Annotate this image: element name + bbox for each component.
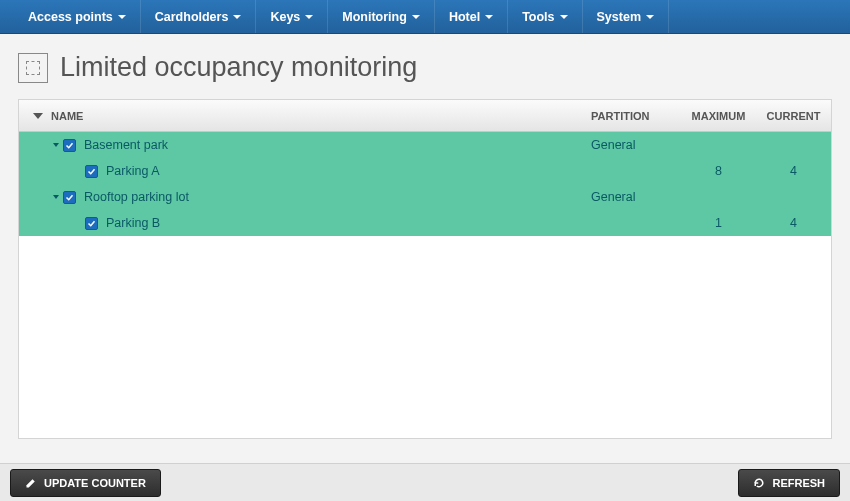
nav-item-monitoring[interactable]: Monitoring <box>328 0 435 33</box>
table-header-row: NAME PARTITION MAXIMUM CURRENT <box>19 100 831 132</box>
chevron-down-icon <box>485 15 493 19</box>
nav-label: Cardholders <box>155 10 229 24</box>
column-label: NAME <box>51 110 83 122</box>
column-header-name[interactable]: NAME <box>19 110 591 122</box>
nav-item-cardholders[interactable]: Cardholders <box>141 0 257 33</box>
button-label: UPDATE COUNTER <box>44 477 146 489</box>
column-header-current[interactable]: CURRENT <box>756 110 831 122</box>
nav-label: Monitoring <box>342 10 407 24</box>
nav-item-hotel[interactable]: Hotel <box>435 0 508 33</box>
row-checkbox[interactable] <box>85 217 98 230</box>
monitoring-icon <box>18 53 48 83</box>
row-name: Basement park <box>84 138 168 152</box>
row-name: Parking B <box>106 216 160 230</box>
nav-label: Access points <box>28 10 113 24</box>
chevron-down-icon <box>118 15 126 19</box>
nav-item-system[interactable]: System <box>583 0 669 33</box>
top-nav: Access points Cardholders Keys Monitorin… <box>0 0 850 34</box>
row-partition: General <box>591 190 681 204</box>
update-counter-button[interactable]: UPDATE COUNTER <box>10 469 161 497</box>
nav-item-access-points[interactable]: Access points <box>0 0 141 33</box>
table-row[interactable]: Parking A 8 4 <box>19 158 831 184</box>
row-checkbox[interactable] <box>63 191 76 204</box>
table-row[interactable]: Parking B 1 4 <box>19 210 831 236</box>
row-name: Rooftop parking lot <box>84 190 189 204</box>
chevron-down-icon <box>412 15 420 19</box>
column-header-maximum[interactable]: MAXIMUM <box>681 110 756 122</box>
column-label: CURRENT <box>767 110 821 122</box>
refresh-icon <box>753 477 765 489</box>
row-maximum: 1 <box>681 216 756 230</box>
tree-caret-icon[interactable] <box>53 195 59 199</box>
tree-caret-icon[interactable] <box>53 143 59 147</box>
row-checkbox[interactable] <box>85 165 98 178</box>
chevron-down-icon <box>305 15 313 19</box>
occupancy-table: NAME PARTITION MAXIMUM CURRENT Basement … <box>18 99 832 439</box>
chevron-down-icon <box>646 15 654 19</box>
row-checkbox[interactable] <box>63 139 76 152</box>
nav-item-keys[interactable]: Keys <box>256 0 328 33</box>
bottom-toolbar: UPDATE COUNTER REFRESH <box>0 463 850 501</box>
row-current: 4 <box>756 164 831 178</box>
chevron-down-icon <box>560 15 568 19</box>
column-header-partition[interactable]: PARTITION <box>591 110 681 122</box>
button-label: REFRESH <box>772 477 825 489</box>
table-row[interactable]: Rooftop parking lot General <box>19 184 831 210</box>
nav-label: Keys <box>270 10 300 24</box>
row-partition: General <box>591 138 681 152</box>
row-name: Parking A <box>106 164 160 178</box>
refresh-button[interactable]: REFRESH <box>738 469 840 497</box>
nav-item-tools[interactable]: Tools <box>508 0 582 33</box>
nav-label: Hotel <box>449 10 480 24</box>
page-title: Limited occupancy monitoring <box>60 52 417 83</box>
row-current: 4 <box>756 216 831 230</box>
chevron-down-icon <box>233 15 241 19</box>
column-label: MAXIMUM <box>692 110 746 122</box>
pencil-icon <box>25 477 37 489</box>
column-label: PARTITION <box>591 110 649 122</box>
nav-label: System <box>597 10 641 24</box>
page-header: Limited occupancy monitoring <box>0 34 850 99</box>
table-row[interactable]: Basement park General <box>19 132 831 158</box>
sort-chevron-icon <box>33 113 43 119</box>
row-maximum: 8 <box>681 164 756 178</box>
nav-label: Tools <box>522 10 554 24</box>
